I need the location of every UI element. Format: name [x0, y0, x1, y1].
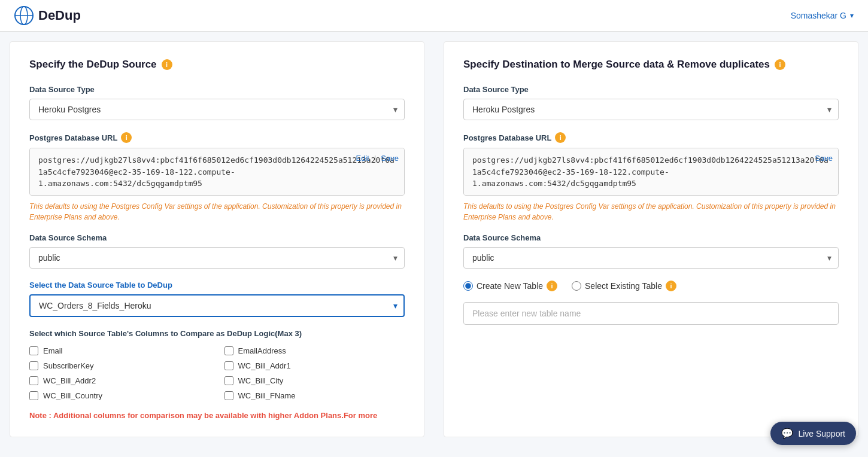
column-checkbox-row: WC_Bill_Addr2	[29, 376, 210, 385]
column-checkbox-row: Email	[29, 346, 210, 355]
column-checkbox-row: WC_Bill_Country	[29, 391, 210, 400]
column-checkbox-row: WC_Bill_Addr1	[224, 361, 405, 370]
right-helper-text: This defaults to using the Postgres Conf…	[463, 201, 839, 223]
column-label: WC_Bill_Addr1	[238, 361, 291, 370]
column-label: Email	[43, 346, 63, 355]
chevron-down-icon: ▾	[850, 11, 854, 20]
column-checkbox[interactable]	[224, 361, 233, 370]
left-columns-grid: EmailEmailAddressSubscriberKeyWC_Bill_Ad…	[29, 346, 405, 400]
column-label: SubscriberKey	[43, 361, 94, 370]
column-checkbox-row: EmailAddress	[224, 346, 405, 355]
left-table-label: Select the Data Source Table to DeDup	[29, 281, 405, 290]
column-label: WC_Bill_City	[238, 376, 284, 385]
logo-icon	[14, 6, 34, 25]
logo[interactable]: DeDup	[14, 6, 81, 25]
left-note-text: Note : Additional columns for comparison…	[29, 411, 405, 420]
column-checkbox[interactable]	[224, 376, 233, 385]
column-checkbox[interactable]	[29, 346, 38, 355]
column-label: WC_Bill_FName	[238, 391, 296, 400]
live-support-button[interactable]: 💬 Live Support	[770, 422, 856, 445]
right-save-button[interactable]: Save	[815, 154, 833, 163]
column-checkbox[interactable]	[224, 391, 233, 400]
column-checkbox[interactable]	[224, 346, 233, 355]
left-helper-text: This defaults to using the Postgres Conf…	[29, 201, 405, 223]
left-table-select[interactable]: WC_Orders_8_Fields_Heroku	[29, 294, 405, 317]
column-checkbox-row: WC_Bill_FName	[224, 391, 405, 400]
select-existing-table-info-icon[interactable]: i	[666, 281, 676, 291]
right-postgres-info-icon[interactable]: i	[555, 132, 566, 143]
create-new-table-label: Create New Table	[477, 281, 543, 291]
left-data-source-type-select[interactable]: Heroku Postgres	[29, 99, 405, 120]
column-label: WC_Bill_Country	[43, 391, 102, 400]
left-data-source-type-label: Data Source Type	[29, 85, 405, 94]
column-label: WC_Bill_Addr2	[43, 376, 96, 385]
select-existing-table-option[interactable]: Select Existing Table i	[572, 281, 676, 291]
column-checkbox-row: WC_Bill_City	[224, 376, 405, 385]
left-columns-label: Select which Source Table's Columns to C…	[29, 329, 405, 338]
right-schema-select[interactable]: public	[463, 247, 839, 269]
user-label: Somashekar G	[791, 11, 846, 20]
right-data-source-type-wrapper: Heroku Postgres ▾	[463, 99, 839, 120]
column-checkbox-row: SubscriberKey	[29, 361, 210, 370]
left-panel-title: Specify the DeDup Source i	[29, 59, 405, 71]
right-url-field-container: postgres://udjkgb27ls8vv4:pbcf41f6f68501…	[463, 148, 839, 197]
left-postgres-url-field[interactable]: postgres://udjkgb27ls8vv4:pbcf41f6f68501…	[29, 148, 405, 196]
left-table-wrapper: WC_Orders_8_Fields_Heroku ▾	[29, 294, 405, 317]
left-edit-button[interactable]: Edit	[356, 154, 369, 163]
user-menu[interactable]: Somashekar G ▾	[791, 11, 854, 20]
select-existing-table-radio[interactable]	[572, 281, 581, 291]
url-separator: |	[374, 154, 376, 163]
right-panel: Specify Destination to Merge Source data…	[444, 41, 858, 437]
main-content: Specify the DeDup Source i Data Source T…	[0, 32, 868, 447]
left-postgres-info-icon[interactable]: i	[121, 132, 132, 143]
left-title-info-icon[interactable]: i	[162, 59, 172, 70]
right-data-source-type-label: Data Source Type	[463, 85, 839, 94]
column-checkbox[interactable]	[29, 391, 38, 400]
left-schema-select[interactable]: public	[29, 247, 405, 269]
left-panel: Specify the DeDup Source i Data Source T…	[10, 41, 424, 437]
new-table-name-input[interactable]	[463, 302, 839, 325]
right-schema-label: Data Source Schema	[463, 233, 839, 242]
right-url-actions: Save	[815, 154, 833, 163]
right-postgres-url-label: Postgres Database URL i	[463, 132, 839, 143]
left-url-actions: Edit | Save	[356, 154, 399, 163]
right-schema-wrapper: public ▾	[463, 247, 839, 269]
column-label: EmailAddress	[238, 346, 286, 355]
select-existing-table-label: Select Existing Table	[585, 281, 662, 291]
left-postgres-url-label: Postgres Database URL i	[29, 132, 405, 143]
right-title-info-icon[interactable]: i	[775, 59, 785, 70]
column-checkbox[interactable]	[29, 376, 38, 385]
create-new-table-option[interactable]: Create New Table i	[463, 281, 557, 291]
left-schema-label: Data Source Schema	[29, 233, 405, 242]
column-checkbox[interactable]	[29, 361, 38, 370]
right-data-source-type-select[interactable]: Heroku Postgres	[463, 99, 839, 120]
left-save-button[interactable]: Save	[381, 154, 399, 163]
table-radio-options: Create New Table i Select Existing Table…	[463, 281, 839, 291]
right-panel-title: Specify Destination to Merge Source data…	[463, 59, 839, 71]
header: DeDup Somashekar G ▾	[0, 0, 868, 32]
create-new-table-info-icon[interactable]: i	[547, 281, 557, 291]
live-support-label: Live Support	[798, 429, 845, 438]
create-new-table-radio[interactable]	[463, 281, 473, 291]
logo-text: DeDup	[38, 8, 81, 23]
chat-icon: 💬	[781, 428, 793, 439]
left-url-field-container: postgres://udjkgb27ls8vv4:pbcf41f6f68501…	[29, 148, 405, 197]
left-data-source-type-wrapper: Heroku Postgres ▾	[29, 99, 405, 120]
left-schema-wrapper: public ▾	[29, 247, 405, 269]
right-postgres-url-field[interactable]: postgres://udjkgb27ls8vv4:pbcf41f6f68501…	[463, 148, 839, 196]
